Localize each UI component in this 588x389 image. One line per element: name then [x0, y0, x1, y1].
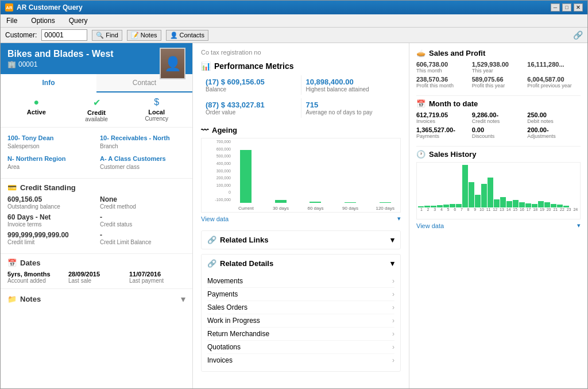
ageing-chevron[interactable]: ▾: [397, 215, 401, 222]
month-to-date-title: 📅 Month to date: [416, 99, 581, 108]
sp-label-3: Profit this month: [416, 83, 470, 88]
area-link[interactable]: N- Northern Region: [7, 155, 65, 162]
related-item-sales-orders[interactable]: Sales Orders ›: [207, 301, 394, 314]
perf-highest: 10,898,400.00 Highest balance attained: [301, 75, 401, 95]
sp-value-0: 606,738.00: [416, 61, 470, 68]
perf-balance: (17) $ 609,156.05 Balance: [201, 75, 301, 95]
sp-item-5: 6,004,587.00 Profit previous year: [527, 76, 581, 88]
salesperson-label: Salesperson: [7, 143, 93, 149]
payments-arrow: ›: [392, 290, 394, 298]
menu-options[interactable]: Options: [29, 16, 57, 26]
sp-item-0: 606,738.00 This month: [416, 61, 470, 74]
highest-label: Highest balance attained: [306, 86, 397, 93]
return-merchandise-label: Return Merchandise: [207, 330, 269, 338]
menu-file[interactable]: File: [4, 16, 20, 26]
sp-value-3: 238,570.36: [416, 76, 470, 83]
outstanding-label: Outstanding balance: [7, 203, 93, 210]
window-title: AR Customer Query: [17, 3, 83, 11]
credit-method-cell: None Credit method: [100, 195, 185, 210]
movements-arrow: ›: [392, 277, 394, 285]
title-bar-controls[interactable]: ─ □ ✕: [551, 3, 583, 11]
history-view-data-label[interactable]: View data: [416, 222, 444, 229]
related-links-header[interactable]: 🔗 Related Links ▾: [202, 231, 400, 249]
credit-sub: available: [85, 116, 107, 122]
related-details-header-content: 🔗 Related Details: [207, 259, 273, 268]
credit-method-value: None: [100, 195, 185, 203]
related-item-quotations[interactable]: Quotations ›: [207, 341, 394, 354]
account-age-cell: 5yrs, 8months Account added: [7, 271, 64, 284]
info-row-2: N- Northern Region Area A- A Class Custo…: [7, 153, 185, 170]
balance-value: (17) $ 609,156.05: [206, 78, 296, 86]
perf-icon: 📊: [201, 61, 211, 71]
contacts-button[interactable]: 👤 Contacts: [166, 30, 208, 41]
notes-button[interactable]: 📝 Notes: [127, 30, 161, 41]
branch-link[interactable]: 10- Receivables - North: [100, 134, 170, 141]
sp-label-1: This year: [472, 68, 525, 74]
menu-query[interactable]: Query: [67, 16, 90, 26]
notes-chevron[interactable]: ▾: [181, 294, 185, 305]
ageing-x-labels: Current 30 days 60 days 90 days 120 days: [233, 206, 398, 211]
related-links-chevron[interactable]: ▾: [390, 236, 394, 244]
salesperson-link[interactable]: 100- Tony Dean: [7, 134, 54, 141]
history-chevron[interactable]: ▾: [577, 222, 581, 229]
month-item-1: 9,286.00- Credit notes: [472, 111, 525, 124]
close-button[interactable]: ✕: [574, 3, 583, 11]
contacts-label: Contacts: [180, 32, 204, 38]
status-credit: ✔ Credit available: [67, 97, 127, 122]
sp-item-1: 1,529,938.00 This year: [472, 61, 525, 74]
class-label: Customer class: [100, 164, 185, 170]
notes-icon: 📝: [131, 32, 139, 39]
info-section: 100- Tony Dean Salesperson 10- Receivabl…: [1, 128, 192, 179]
related-item-invoices[interactable]: Invoices ›: [207, 354, 394, 367]
find-button[interactable]: 🔍 Find: [92, 30, 122, 41]
month-value-1: 9,286.00-: [472, 111, 525, 118]
class-link[interactable]: A- A Class Customers: [100, 155, 166, 162]
ageing-view-data-label[interactable]: View data: [201, 215, 229, 222]
customer-input[interactable]: [41, 29, 87, 41]
find-icon: 🔍: [96, 32, 104, 39]
active-label: Active: [27, 109, 46, 115]
related-item-payments[interactable]: Payments ›: [207, 288, 394, 301]
related-links-header-content: 🔗 Related Links: [207, 236, 269, 244]
area-label: Area: [7, 164, 93, 170]
last-payment-cell: 11/07/2016 Last payment: [129, 271, 185, 284]
title-bar: AR AR Customer Query ─ □ ✕: [1, 1, 587, 14]
related-item-movements[interactable]: Movements ›: [207, 275, 394, 288]
currency-icon: $: [154, 97, 159, 107]
sales-profit-grid: 606,738.00 This month 1,529,938.00 This …: [416, 61, 581, 88]
performance-title: 📊 Performance Metrics: [201, 61, 401, 71]
related-item-return-merchandise[interactable]: Return Merchandise ›: [207, 328, 394, 341]
customer-id-icon: 🏢: [7, 60, 16, 68]
related-details-items: Movements › Payments › Sales Orders › Wo…: [202, 272, 400, 371]
avg-days-label: Average no of days to pay: [306, 109, 397, 115]
credit-limit-balance-label: Credit Limit Balance: [100, 239, 185, 245]
credit-title: 💳 Credit Standing: [7, 183, 185, 192]
related-item-work-in-progress[interactable]: Work in Progress ›: [207, 314, 394, 328]
outstanding-cell: 609,156.05 Outstanding balance: [7, 195, 93, 210]
related-details-chevron[interactable]: ▾: [390, 259, 394, 268]
sales-profit-title: 🥧 Sales and Profit: [416, 49, 581, 57]
notes-section[interactable]: 📁 Notes ▾: [1, 289, 192, 309]
dates-row: 5yrs, 8months Account added 28/09/2015 L…: [7, 271, 185, 284]
related-details-header[interactable]: 🔗 Related Details ▾: [202, 255, 400, 272]
info-row-1: 100- Tony Dean Salesperson 10- Receivabl…: [7, 132, 185, 149]
order-value: (87) $ 433,027.81: [206, 101, 296, 109]
area-cell: N- Northern Region Area: [7, 153, 93, 170]
tab-info[interactable]: Info: [1, 74, 96, 93]
sales-profit-section: 🥧 Sales and Profit 606,738.00 This month…: [416, 49, 581, 88]
credit-row-3: 999,999,999,999.00 Credit limit - Credit…: [7, 231, 185, 245]
history-view-data[interactable]: View data ▾: [416, 222, 581, 229]
ageing-chart: 700,000600,000500,000400,000300,000200,0…: [201, 138, 401, 213]
month-item-4: 0.00 Discounts: [472, 126, 525, 139]
branch-cell: 10- Receivables - North Branch: [100, 132, 185, 149]
minimize-button[interactable]: ─: [551, 3, 560, 11]
sales-profit-title-text: Sales and Profit: [429, 49, 485, 57]
movements-label: Movements: [207, 277, 243, 285]
work-in-progress-arrow: ›: [392, 317, 394, 325]
related-links-title: Related Links: [220, 236, 269, 244]
status-currency: $ Local Currency: [126, 97, 187, 122]
ageing-view-data[interactable]: View data ▾: [201, 215, 401, 222]
sp-value-1: 1,529,938.00: [472, 61, 525, 68]
maximize-button[interactable]: □: [562, 3, 571, 11]
bar-30-bar: [275, 200, 287, 203]
